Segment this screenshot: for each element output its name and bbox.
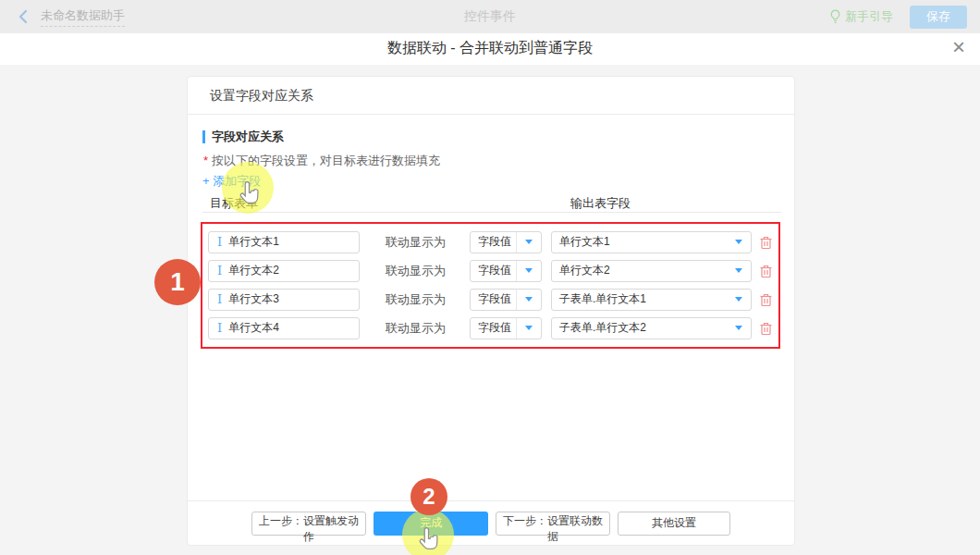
section-title: 字段对应关系 [212,129,284,145]
close-icon[interactable]: × [952,33,965,65]
display-type-select[interactable]: 字段值 [470,289,542,311]
link-display-label: 联动显示为 [386,263,447,279]
text-field-icon: I [217,235,222,249]
beginner-guide-label: 新手引导 [845,8,893,25]
beginner-guide-link[interactable]: 新手引导 [829,8,893,25]
output-field-value: 单行文本1 [552,234,727,250]
required-asterisk: * [203,154,208,167]
column-header-divider [202,212,781,213]
field-mapping-panel: 设置字段对应关系 字段对应关系 *按以下的字段设置，对目标表进行数据填充 + 添… [187,76,795,546]
text-field-icon: I [217,264,222,278]
step-badge-1: 1 [154,259,201,305]
select-divider [516,261,517,281]
output-field-value: 单行文本2 [552,263,727,278]
target-field-value: 单行文本2 [228,263,279,278]
target-field-value: 单行文本1 [228,234,279,250]
field-mapping-row: I 单行文本2 联动显示为 字段值 单行文本2 [202,256,778,285]
delete-row-icon[interactable] [759,321,773,336]
chevron-down-icon [735,297,742,302]
chevron-down-icon [735,240,742,244]
field-mapping-row: I 单行文本3 联动显示为 字段值 子表单.单行文本1 [202,285,778,314]
panel-footer: 上一步：设置触发动作 完成 下一步：设置联动数据 其他设置 [188,500,794,545]
chevron-down-icon [735,268,742,273]
step-badge-2: 2 [410,478,447,515]
section-title-row: 字段对应关系 [202,129,284,145]
field-mapping-row: I 单行文本1 联动显示为 字段值 单行文本1 [202,228,778,256]
hand-cursor-icon [416,527,440,555]
display-type-select[interactable]: 字段值 [470,231,542,253]
column-headers: 目标表单 输出表字段 [202,195,781,212]
panel-title: 设置字段对应关系 [188,77,794,115]
chevron-down-icon [525,268,533,273]
target-field-input[interactable]: I 单行文本4 [208,317,360,339]
topbar: 未命名数据助手 控件事件 新手引导 保存 [0,0,980,34]
output-field-select[interactable]: 子表单.单行文本1 [551,289,752,311]
target-field-input[interactable]: I 单行文本3 [208,289,360,311]
output-field-select[interactable]: 单行文本2 [551,260,752,282]
target-field-input[interactable]: I 单行文本2 [208,260,360,282]
chevron-down-icon [525,240,533,244]
other-settings-button[interactable]: 其他设置 [618,512,730,536]
prev-step-button[interactable]: 上一步：设置触发动作 [251,512,366,536]
screen: 未命名数据助手 控件事件 新手引导 保存 数据联动 - 合并联动到普通字段 × … [0,0,980,555]
output-field-select[interactable]: 子表单.单行文本2 [551,317,752,339]
select-divider [516,290,517,310]
delete-row-icon[interactable] [759,264,773,278]
modal-title: 数据联动 - 合并联动到普通字段 [0,33,980,65]
text-field-icon: I [217,321,222,335]
modal-header: 数据联动 - 合并联动到普通字段 × [0,33,980,66]
link-display-label: 联动显示为 [386,320,447,337]
save-button[interactable]: 保存 [910,6,967,29]
chevron-down-icon [525,326,533,330]
text-field-icon: I [217,292,222,306]
display-type-value: 字段值 [471,320,516,336]
target-field-value: 单行文本4 [228,320,279,336]
display-type-select[interactable]: 字段值 [470,317,542,339]
output-field-select[interactable]: 单行文本1 [551,231,752,253]
delete-row-icon[interactable] [759,235,773,250]
topbar-right: 新手引导 保存 [829,0,967,33]
target-field-value: 单行文本3 [228,291,279,307]
modal-body: 设置字段对应关系 字段对应关系 *按以下的字段设置，对目标表进行数据填充 + 添… [0,65,980,555]
chevron-down-icon [735,326,742,330]
output-field-value: 子表单.单行文本1 [552,291,727,307]
field-mapping-container: I 单行文本1 联动显示为 字段值 单行文本1 [201,222,780,349]
delete-row-icon[interactable] [759,292,773,307]
hand-cursor-icon [237,181,261,213]
link-display-label: 联动显示为 [386,291,447,308]
select-divider [516,318,517,339]
display-type-value: 字段值 [471,263,516,278]
field-mapping-row: I 单行文本4 联动显示为 字段值 子表单.单行文本2 [202,314,778,342]
bulb-icon [829,9,841,24]
column-header-output: 输出表字段 [570,195,631,212]
display-type-value: 字段值 [471,234,516,250]
next-step-button[interactable]: 下一步：设置联动数据 [496,512,610,536]
select-divider [516,232,517,253]
display-type-select[interactable]: 字段值 [470,260,542,282]
target-field-input[interactable]: I 单行文本1 [208,231,360,253]
link-display-label: 联动显示为 [386,234,447,251]
output-field-value: 子表单.单行文本2 [552,320,727,336]
section-marker [202,130,205,143]
display-type-value: 字段值 [471,291,516,307]
chevron-down-icon [525,297,533,302]
